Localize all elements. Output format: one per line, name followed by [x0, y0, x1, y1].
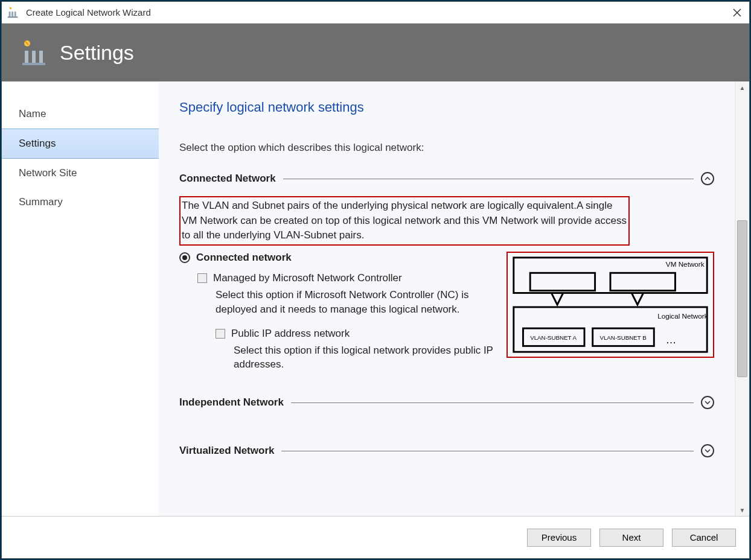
- svg-rect-9: [32, 51, 36, 63]
- chevron-down-icon: [705, 401, 711, 404]
- diagram-ellipsis: …: [666, 334, 677, 346]
- checkbox-label: Public IP address network: [231, 328, 350, 340]
- svg-rect-11: [22, 63, 45, 65]
- diagram-vlan-b-label: VLAN-SUBNET B: [599, 334, 646, 341]
- svg-rect-14: [610, 273, 675, 290]
- checkbox-label: Managed by Microsoft Network Controller: [213, 272, 402, 284]
- scroll-up-arrow[interactable]: ▲: [735, 81, 749, 94]
- radio-icon: [179, 252, 190, 263]
- collapse-connected-button[interactable]: [701, 172, 714, 185]
- sidebar-item-settings[interactable]: Settings: [2, 129, 159, 159]
- expand-independent-button[interactable]: [701, 396, 714, 409]
- svg-rect-1: [9, 11, 11, 16]
- checkbox-icon: [216, 329, 225, 339]
- managed-by-nc-desc: Select this option if Microsoft Network …: [216, 288, 498, 317]
- app-icon: [7, 6, 20, 19]
- close-button[interactable]: [731, 7, 743, 19]
- wizard-window: Create Logical Network Wizard Settings N…: [1, 1, 750, 559]
- svg-rect-13: [530, 273, 595, 290]
- svg-rect-2: [11, 11, 13, 16]
- public-ip-desc: Select this option if this logical netwo…: [234, 343, 498, 372]
- diagram-vlan-a-label: VLAN-SUBNET A: [530, 334, 577, 341]
- checkbox-icon: [197, 273, 207, 283]
- titlebar: Create Logical Network Wizard: [2, 2, 749, 24]
- content-title: Specify logical network settings: [179, 100, 714, 115]
- connected-description: The VLAN and Subnet pairs of the underly…: [179, 196, 630, 246]
- previous-button[interactable]: Previous: [527, 529, 591, 547]
- header-icon: [19, 37, 49, 68]
- section-title-virtualized: Virtualized Network: [179, 445, 274, 457]
- cancel-button[interactable]: Cancel: [672, 529, 736, 547]
- radio-label: Connected network: [196, 252, 292, 264]
- wizard-content: Specify logical network settings Select …: [159, 81, 735, 516]
- close-icon: [733, 8, 741, 17]
- radio-connected-network[interactable]: Connected network: [179, 252, 498, 264]
- diagram-logical-network-label: Logical Network: [657, 312, 708, 320]
- sidebar-item-network-site[interactable]: Network Site: [2, 159, 159, 188]
- chevron-down-icon: [705, 449, 711, 453]
- content-intro: Select the option which describes this l…: [179, 142, 714, 154]
- section-header-connected: Connected Network: [179, 172, 714, 185]
- section-header-virtualized: Virtualized Network: [179, 444, 714, 457]
- section-title-connected: Connected Network: [179, 173, 276, 185]
- next-button[interactable]: Next: [599, 529, 663, 547]
- wizard-sidebar: Name Settings Network Site Summary: [2, 81, 159, 516]
- svg-rect-4: [8, 16, 18, 18]
- svg-rect-8: [25, 51, 28, 63]
- content-with-scroll: Specify logical network settings Select …: [159, 81, 749, 516]
- checkbox-managed-by-nc[interactable]: Managed by Microsoft Network Controller: [197, 272, 498, 284]
- scroll-down-arrow[interactable]: ▼: [735, 504, 749, 516]
- section-header-independent: Independent Network: [179, 396, 714, 409]
- page-header-title: Settings: [60, 41, 134, 65]
- svg-rect-3: [14, 11, 16, 16]
- checkbox-public-ip[interactable]: Public IP address network: [216, 328, 498, 340]
- wizard-footer: Previous Next Cancel: [2, 516, 749, 558]
- vertical-scrollbar[interactable]: ▲ ▼: [735, 81, 749, 516]
- wizard-body: Name Settings Network Site Summary Speci…: [2, 81, 749, 516]
- window-title: Create Logical Network Wizard: [26, 7, 151, 18]
- chevron-up-icon: [705, 177, 711, 180]
- section-title-independent: Independent Network: [179, 396, 284, 409]
- diagram-vm-network-label: VM Network: [666, 260, 705, 268]
- connected-network-diagram: VM Network Logical Network VLAN-SUBNET A…: [507, 252, 714, 358]
- sidebar-item-summary[interactable]: Summary: [2, 188, 159, 217]
- svg-rect-10: [39, 51, 43, 63]
- sidebar-item-name[interactable]: Name: [2, 100, 159, 129]
- page-header: Settings: [2, 24, 749, 81]
- scroll-thumb[interactable]: [737, 220, 747, 377]
- expand-virtualized-button[interactable]: [701, 444, 714, 457]
- connected-option-row: Connected network Managed by Microsoft N…: [179, 252, 714, 372]
